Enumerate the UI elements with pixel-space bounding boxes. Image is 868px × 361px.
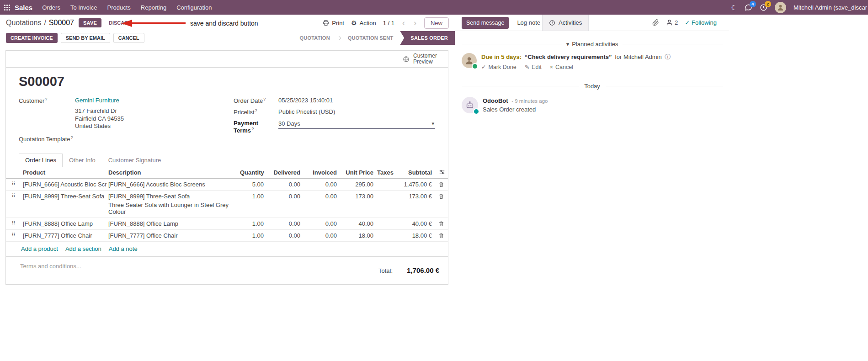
trash-icon[interactable] [434, 229, 448, 241]
mark-done-button[interactable]: ✓ Mark Done [481, 64, 517, 70]
divider-line [623, 44, 723, 44]
dark-mode-moon-icon[interactable]: ☾ [731, 4, 737, 11]
terms-and-conditions-placeholder[interactable]: Terms and conditions... [20, 263, 81, 274]
cell-quantity[interactable]: 1.00 [238, 229, 266, 241]
menu-configuration[interactable]: Configuration [171, 0, 217, 15]
edit-activity-button[interactable]: ✎ Edit [525, 64, 542, 70]
add-a-section-link[interactable]: Add a section [65, 245, 101, 252]
cell-taxes[interactable] [375, 218, 398, 229]
user-menu[interactable]: Mitchell Admin (save_discar [793, 4, 867, 11]
planned-activities-header[interactable]: ▾ Planned activities [462, 41, 723, 48]
statusbar-buttons: CREATE INVOICE SEND BY EMAIL CANCEL [0, 31, 144, 45]
pager-previous-icon[interactable]: ‹ [401, 19, 406, 27]
description-line-1: [FURN_8999] Three-Seat Sofa [108, 193, 236, 200]
cell-unit-price[interactable]: 40.00 [339, 218, 375, 229]
send-message-button[interactable]: Send message [462, 17, 509, 29]
cell-quantity[interactable]: 5.00 [238, 178, 266, 190]
pager-next-icon[interactable]: › [413, 19, 417, 27]
trash-icon[interactable] [434, 218, 448, 229]
user-avatar[interactable] [775, 2, 786, 13]
menu-products[interactable]: Products [102, 0, 135, 15]
cell-product[interactable]: [FURN_6666] Acoustic Bloc Screens [21, 178, 107, 190]
pricelist-value[interactable]: Public Pricelist (USD) [278, 107, 435, 115]
add-a-note-link[interactable]: Add a note [109, 245, 138, 252]
info-icon[interactable]: ⓘ [665, 53, 671, 60]
record-title: S00007 [19, 74, 448, 89]
trash-icon[interactable] [434, 178, 448, 190]
chatter-topbar: Send message Log note Activities 2 [455, 15, 729, 31]
menu-reporting[interactable]: Reporting [136, 0, 171, 15]
drag-handle-icon[interactable]: ⠿ [6, 229, 21, 241]
print-button[interactable]: Print [323, 20, 344, 27]
cell-product[interactable]: [FURN_8999] Three-Seat Sofa [21, 190, 107, 218]
cell-product[interactable]: [FURN_8888] Office Lamp [21, 218, 107, 229]
drag-handle-icon[interactable]: ⠿ [6, 190, 21, 218]
column-settings-icon[interactable] [434, 167, 448, 179]
cell-unit-price[interactable]: 173.00 [339, 190, 375, 218]
divider-line [606, 86, 723, 86]
cancel-button[interactable]: CANCEL [113, 33, 144, 43]
cell-description[interactable]: [FURN_8999] Three-Seat Sofa Three Seater… [107, 190, 238, 218]
customer-preview-label: Customer Preview [413, 53, 442, 65]
menu-to-invoice[interactable]: To Invoice [65, 0, 102, 15]
cell-quantity[interactable]: 1.00 [238, 190, 266, 218]
globe-icon [403, 56, 410, 63]
cell-taxes[interactable] [375, 190, 398, 218]
trash-icon[interactable] [434, 190, 448, 218]
cell-description[interactable]: [FURN_7777] Office Chair [107, 229, 238, 241]
cell-quantity[interactable]: 1.00 [238, 218, 266, 229]
customer-preview-button[interactable]: Customer Preview [399, 52, 445, 66]
quotation-template-value[interactable] [75, 134, 234, 135]
breadcrumb-quotations[interactable]: Quotations [6, 19, 41, 27]
cell-product[interactable]: [FURN_7777] Office Chair [21, 229, 107, 241]
cell-delivered[interactable]: 0.00 [266, 229, 302, 241]
drag-handle-icon[interactable]: ⠿ [6, 218, 21, 229]
order-date-value[interactable]: 05/25/2023 15:40:01 [278, 96, 435, 104]
new-button[interactable]: New [424, 17, 449, 29]
cell-taxes[interactable] [375, 229, 398, 241]
header-quantity: Quantity [238, 167, 266, 179]
customer-link[interactable]: Gemini Furniture [75, 97, 119, 104]
stage-sales-order[interactable]: SALES ORDER [400, 31, 455, 45]
cell-taxes[interactable] [375, 178, 398, 190]
action-button[interactable]: ⚙ Action [351, 20, 376, 27]
menu-orders[interactable]: Orders [37, 0, 65, 15]
cell-invoiced[interactable]: 0.00 [302, 190, 339, 218]
stage-quotation-sent[interactable]: QUOTATION SENT [341, 31, 400, 45]
stage-quotation[interactable]: QUOTATION [293, 31, 337, 45]
payment-terms-input[interactable]: 30 Days ▾ [278, 119, 435, 129]
cell-delivered[interactable]: 0.00 [266, 178, 302, 190]
check-icon: ✓ [685, 19, 690, 26]
messages-icon[interactable]: 4 [745, 4, 752, 11]
dropdown-caret-icon[interactable]: ▾ [431, 121, 434, 127]
cell-unit-price[interactable]: 295.00 [339, 178, 375, 190]
cell-delivered[interactable]: 0.00 [266, 190, 302, 218]
create-invoice-button[interactable]: CREATE INVOICE [6, 33, 58, 43]
cell-invoiced[interactable]: 0.00 [302, 229, 339, 241]
cell-description[interactable]: [FURN_8888] Office Lamp [107, 218, 238, 229]
add-a-product-link[interactable]: Add a product [21, 245, 58, 252]
activities-tab[interactable]: Activities [542, 15, 589, 31]
save-button[interactable]: SAVE [79, 18, 101, 27]
cell-delivered[interactable]: 0.00 [266, 218, 302, 229]
cell-unit-price[interactable]: 18.00 [339, 229, 375, 241]
cell-description[interactable]: [FURN_6666] Acoustic Bloc Screens [107, 178, 238, 190]
log-note-button[interactable]: Log note [517, 19, 540, 26]
help-question-icon: ? [45, 97, 47, 101]
drag-handle-icon[interactable]: ⠿ [6, 178, 21, 190]
following-button[interactable]: ✓ Following [685, 19, 717, 26]
attachments-paperclip-icon[interactable] [652, 19, 659, 26]
tab-other-info[interactable]: Other Info [63, 154, 102, 167]
send-by-email-button[interactable]: SEND BY EMAIL [61, 33, 110, 43]
followers-button[interactable]: 2 [666, 19, 678, 26]
tab-order-lines[interactable]: Order Lines [19, 154, 63, 167]
apps-grid-icon[interactable] [0, 0, 14, 15]
tab-customer-signature[interactable]: Customer Signature [102, 154, 168, 167]
app-name[interactable]: Sales [15, 4, 32, 11]
activities-clock-icon[interactable]: 2 [760, 4, 767, 11]
customer-value[interactable]: Gemini Furniture [75, 96, 234, 104]
cell-invoiced[interactable]: 0.00 [302, 218, 339, 229]
discard-button[interactable]: DISCARD [106, 18, 134, 27]
cell-invoiced[interactable]: 0.00 [302, 178, 339, 190]
cancel-activity-button[interactable]: × Cancel [550, 64, 573, 70]
